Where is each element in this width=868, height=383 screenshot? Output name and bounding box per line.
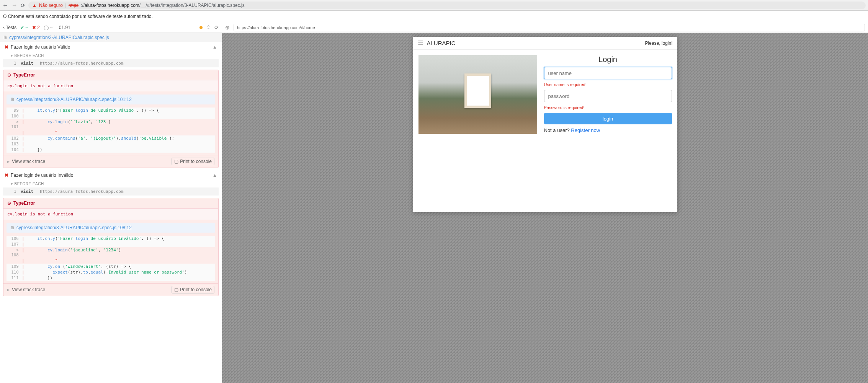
please-login-text: Please, login! [645, 41, 672, 46]
command-row[interactable]: 1visithttps://alura-fotos.herokuapp.com [3, 59, 219, 67]
stat-passed: ✔ -- [20, 25, 28, 30]
error-header: ⊝TypeError [3, 198, 218, 209]
spec-path-bar[interactable]: 🗎 cypress/integration/3-ALURAPIC/alurapi… [0, 33, 222, 42]
view-stack-trace[interactable]: View stack trace [12, 287, 45, 292]
file-icon: 🗎 [10, 97, 15, 102]
app-frame: ☰ ALURAPIC Please, login! Login User nam… [413, 37, 677, 212]
print-to-console-button[interactable]: ▢Print to console [172, 286, 214, 293]
code-frame-header[interactable]: 🗎cypress/integration/3-ALURAPIC/alurapic… [7, 95, 215, 104]
aut-panel: ⊕ https://alura-fotos.herokuapp.com/#/ho… [222, 22, 868, 383]
tests-list[interactable]: ✖Fazer login de usuário Válido▲▾BEFORE E… [0, 42, 222, 383]
viewport-icon[interactable]: ⇕ [206, 24, 211, 30]
fail-x-icon: ✖ [5, 173, 8, 178]
hook-label: ▾BEFORE EACH [0, 52, 222, 59]
terminal-icon: ▢ [174, 287, 178, 292]
terminal-icon: ▢ [174, 159, 178, 164]
login-button[interactable]: login [544, 113, 672, 124]
address-bar[interactable]: ▲ Não seguro | https ://alura-fotos.hero… [28, 2, 866, 9]
spec-path: cypress/integration/3-ALURAPIC/alurapic.… [9, 35, 109, 40]
username-input[interactable] [544, 67, 672, 79]
register-row: Not a user? Register now [544, 127, 672, 133]
password-error: Password is required! [544, 105, 672, 110]
login-form: Login User name is required! Password is… [544, 55, 672, 207]
code-frame-header[interactable]: 🗎cypress/integration/3-ALURAPIC/alurapic… [7, 223, 215, 233]
error-block: ⊝TypeErrorcy.login is not a function🗎cyp… [3, 70, 219, 168]
password-input[interactable] [544, 90, 672, 102]
test-title-row[interactable]: ✖Fazer login de usuário Válido▲ [0, 42, 222, 52]
not-secure-label: Não seguro [39, 3, 63, 8]
file-icon: 🗎 [10, 225, 15, 230]
stat-duration: 01.91 [59, 25, 70, 30]
error-message: cy.login is not a function [3, 209, 218, 220]
error-icon: ⊝ [7, 72, 11, 78]
runner-header: ‹ Tests ✔ -- ✖ 2 ◯ -- 01.91 ⇕ ⟳ [0, 22, 222, 33]
username-error: User name is required! [544, 82, 672, 87]
error-header: ⊝TypeError [3, 70, 218, 80]
command-row[interactable]: 1visithttps://alura-fotos.herokuapp.com [3, 187, 219, 196]
test-title-row[interactable]: ✖Fazer login de usuário Inválido▲ [0, 170, 222, 180]
hamburger-icon[interactable]: ☰ [418, 39, 423, 47]
forward-arrow-icon: → [11, 2, 18, 9]
code-frame: 106| it.only('Fazer login de usuário Inv… [7, 236, 215, 281]
url-text: ://alura-fotos.herokuapp.com/__/#/tests/… [81, 3, 245, 8]
aut-header: ⊕ https://alura-fotos.herokuapp.com/#/ho… [222, 22, 868, 33]
restart-icon[interactable]: ⟳ [214, 24, 219, 30]
error-block: ⊝TypeErrorcy.login is not a function🗎cyp… [3, 198, 219, 296]
code-frame: 99| it.only('Fazer login de usuário Váli… [7, 108, 215, 153]
url-scheme: https [69, 3, 78, 8]
automation-infobar: O Chrome está sendo controlado por um so… [0, 11, 868, 22]
stat-failed: ✖ 2 [32, 25, 40, 30]
view-stack-trace[interactable]: View stack trace [12, 159, 45, 164]
warn-icon: ▲ [213, 173, 217, 178]
error-footer: ▸View stack trace▢Print to console [3, 283, 218, 296]
login-photo [418, 55, 537, 134]
warning-triangle-icon: ▲ [32, 3, 37, 8]
test-title: Fazer login de usuário Inválido [11, 173, 73, 178]
login-heading: Login [544, 55, 672, 64]
back-arrow-icon[interactable]: ← [2, 2, 8, 9]
error-message: cy.login is not a function [3, 80, 218, 91]
photo-frame-icon [464, 73, 491, 108]
print-to-console-button[interactable]: ▢Print to console [172, 158, 214, 165]
selector-playground-icon[interactable]: ⊕ [225, 24, 230, 31]
test-title: Fazer login de usuário Válido [11, 44, 70, 50]
brand-title[interactable]: ALURAPIC [427, 40, 456, 46]
cypress-reporter: ‹ Tests ✔ -- ✖ 2 ◯ -- 01.91 ⇕ ⟳ 🗎 cypres… [0, 22, 222, 383]
reload-icon[interactable]: ⟳ [21, 2, 25, 8]
warn-icon: ▲ [213, 44, 217, 50]
error-icon: ⊝ [7, 200, 11, 206]
register-link[interactable]: Register now [571, 127, 600, 133]
app-navbar: ☰ ALURAPIC Please, login! [413, 37, 677, 50]
stat-pending: ◯ -- [44, 25, 53, 30]
error-footer: ▸View stack trace▢Print to console [3, 155, 218, 168]
file-icon: 🗎 [3, 35, 8, 40]
status-dot-icon [199, 26, 203, 29]
hook-label: ▾BEFORE EACH [0, 180, 222, 187]
infobar-text: O Chrome está sendo controlado por um so… [3, 14, 153, 19]
fail-x-icon: ✖ [5, 44, 8, 50]
tests-back-button[interactable]: ‹ Tests [3, 25, 16, 30]
aut-url-bar[interactable]: https://alura-fotos.herokuapp.com/#/home [234, 24, 865, 31]
browser-toolbar: ← → ⟳ ▲ Não seguro | https ://alura-foto… [0, 0, 868, 11]
